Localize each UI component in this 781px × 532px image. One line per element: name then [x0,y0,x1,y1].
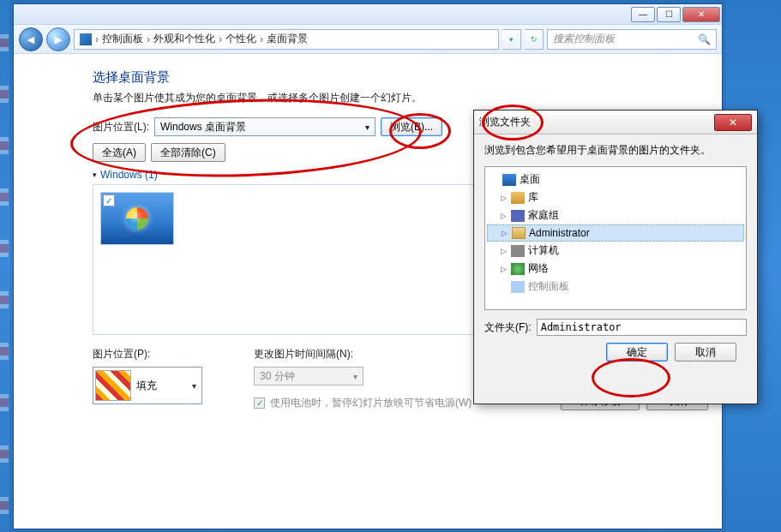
browse-button[interactable]: 浏览(B)... [381,117,442,136]
expand-icon[interactable]: ▷ [499,194,508,202]
dialog-titlebar: 浏览文件夹 ✕ [474,111,757,134]
expand-icon[interactable]: ▷ [500,229,508,237]
dialog-cancel-button[interactable]: 取消 [675,343,736,362]
tree-libraries[interactable]: ▷ 库 [487,188,744,206]
minimize-button[interactable]: — [631,7,655,22]
windows-logo-icon [126,207,148,230]
folder-input[interactable] [537,319,747,336]
picture-location-value: Windows 桌面背景 [160,120,246,134]
page-description: 单击某个图片使其成为您的桌面背景，或选择多个图片创建一个幻灯片。 [93,91,679,105]
tree-desktop[interactable]: 桌面 [487,170,744,188]
navigation-bar: ◄ ► › 控制面板 › 外观和个性化 › 个性化 › 桌面背景 ▾ ↻ 搜索控… [14,25,722,54]
search-placeholder: 搜索控制面板 [553,32,615,46]
expand-icon[interactable]: ▷ [499,212,508,220]
tree-network[interactable]: ▷ 网络 [487,260,744,278]
forward-button[interactable]: ► [46,27,70,51]
homegroup-icon [511,210,525,222]
window-titlebar: — ☐ ✕ [14,4,722,25]
back-button[interactable]: ◄ [19,27,43,51]
picture-position-label: 图片位置(P): [93,347,202,362]
ok-button[interactable]: 确定 [606,343,668,362]
libraries-icon [511,192,525,204]
interval-value: 30 分钟 [260,369,295,384]
maximize-button[interactable]: ☐ [657,7,681,22]
desktop-edge [0,0,9,532]
address-dropdown[interactable]: ▾ [502,29,521,50]
fit-preview-icon [95,370,131,401]
search-icon: 🔍 [698,33,711,45]
tree-administrator[interactable]: ▷ Administrator [487,224,744,242]
control-panel-icon [80,33,92,45]
dialog-title: 浏览文件夹 [479,115,531,129]
crumb-control-panel[interactable]: 控制面板 [102,32,143,46]
folder-tree[interactable]: 桌面 ▷ 库 ▷ 家庭组 ▷ Administrator ▷ 计算机 [484,166,747,310]
crumb-appearance[interactable]: 外观和个性化 [153,32,215,46]
interval-label: 更改图片时间间隔(N): [254,347,472,362]
folder-label: 文件夹(F): [484,320,532,335]
control-panel-icon [511,281,525,293]
browse-folder-dialog: 浏览文件夹 ✕ 浏览到包含您希望用于桌面背景的图片的文件夹。 桌面 ▷ 库 ▷ … [473,110,758,404]
battery-row: ✓ 使用电池时，暂停幻灯片放映可节省电源(W) [254,396,472,410]
address-bar[interactable]: › 控制面板 › 外观和个性化 › 个性化 › 桌面背景 [74,29,499,50]
crumb-desktop-bg[interactable]: 桌面背景 [267,32,308,46]
wallpaper-thumb[interactable]: ✓ [100,192,174,245]
picture-location-combo[interactable]: Windows 桌面背景 [154,117,375,136]
interval-combo: 30 分钟 [254,367,363,386]
clear-all-button[interactable]: 全部清除(C) [151,143,225,162]
gallery-group-label: Windows (1) [100,169,158,181]
tree-homegroup[interactable]: ▷ 家庭组 [487,206,744,224]
expand-icon[interactable]: ▷ [499,247,508,255]
computer-icon [511,245,525,257]
close-button[interactable]: ✕ [682,7,720,22]
picture-position-combo[interactable]: 填充 ▾ [93,367,202,404]
crumb-sep: › [95,33,99,45]
crumb-personalization[interactable]: 个性化 [225,32,256,46]
desktop-icon [502,174,516,186]
battery-checkbox: ✓ [254,398,265,409]
refresh-button[interactable]: ↻ [525,29,544,50]
expand-icon[interactable]: ▷ [499,265,508,273]
battery-label: 使用电池时，暂停幻灯片放映可节省电源(W) [270,396,472,410]
select-all-button[interactable]: 全选(A) [93,143,146,162]
collapse-icon: ▾ [93,170,97,179]
tree-computer[interactable]: ▷ 计算机 [487,242,744,260]
folder-field-row: 文件夹(F): [484,319,747,336]
fit-value: 填充 [136,379,157,393]
thumb-checkbox[interactable]: ✓ [103,194,115,206]
dialog-instruction: 浏览到包含您希望用于桌面背景的图片的文件夹。 [484,143,747,158]
search-input[interactable]: 搜索控制面板 🔍 [547,29,717,50]
dialog-body: 浏览到包含您希望用于桌面背景的图片的文件夹。 桌面 ▷ 库 ▷ 家庭组 ▷ Ad… [474,134,757,370]
chevron-down-icon: ▾ [188,381,200,391]
user-folder-icon [512,227,526,239]
tree-control-panel[interactable]: 控制面板 [487,278,744,296]
picture-location-label: 图片位置(L): [93,120,149,134]
network-icon [511,263,525,275]
dialog-close-button[interactable]: ✕ [714,114,752,131]
dialog-footer: 确定 取消 [484,336,747,362]
page-title: 选择桌面背景 [93,69,679,86]
